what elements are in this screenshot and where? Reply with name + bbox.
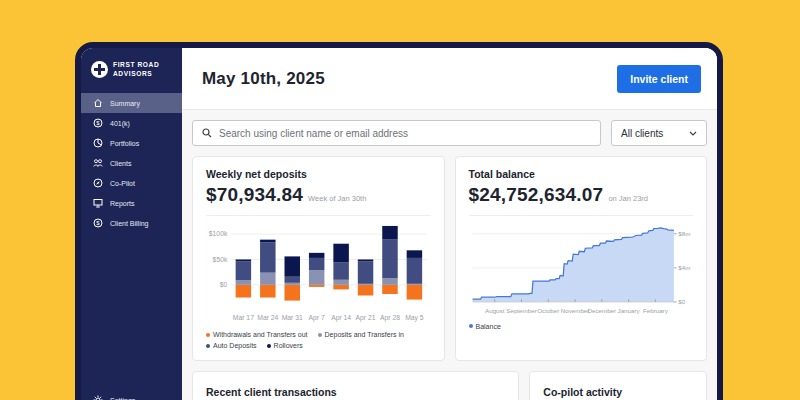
main-area: May 10th, 2025 Invite client All clients (182, 48, 717, 400)
bar-segment (333, 263, 348, 280)
legend-label: Auto Deposits (213, 342, 257, 349)
bar-segment (260, 273, 275, 285)
chevron-down-icon (689, 131, 697, 136)
svg-text:Apr 7: Apr 7 (309, 314, 325, 322)
bar-segment (260, 242, 275, 272)
svg-text:$8m: $8m (678, 230, 690, 237)
page-title: May 10th, 2025 (202, 69, 325, 89)
balance-subtitle: on Jan 23rd (608, 194, 648, 203)
legend-item: Balance (469, 323, 501, 330)
sidebar-item-client-billing[interactable]: $Client Billing (81, 213, 182, 233)
legend-label: Withdrawals and Transfers out (213, 331, 308, 338)
invite-client-button[interactable]: Invite client (617, 65, 701, 93)
svg-text:Mar 17: Mar 17 (233, 314, 254, 321)
bar-segment (407, 258, 422, 284)
sidebar-item-label: Reports (110, 200, 135, 207)
weekly-net-deposits-card: Weekly net deposits $70,934.84 Week of J… (192, 156, 445, 361)
bar-segment (236, 259, 251, 261)
bar-segment (333, 285, 348, 290)
dashboard-window: FIRST ROAD ADVISORS Summary$401(k)Portfo… (75, 42, 723, 400)
bar-segment (285, 283, 300, 285)
brand-name-line2: ADVISORS (113, 70, 152, 77)
bar-segment (260, 285, 275, 298)
search-icon (202, 128, 212, 138)
svg-text:August: August (485, 307, 505, 314)
sidebar-item-label: Clients (110, 160, 131, 167)
svg-text:Mar 31: Mar 31 (282, 314, 303, 321)
sidebar-item-co-pilot[interactable]: Co-Pilot (81, 173, 182, 193)
sidebar-item-summary[interactable]: Summary (81, 93, 182, 113)
summary-cards-row: Weekly net deposits $70,934.84 Week of J… (192, 156, 707, 361)
legend-dot-icon (267, 344, 271, 348)
bar-segment (285, 277, 300, 283)
bar-segment (309, 258, 324, 270)
bar-segment (358, 284, 373, 285)
svg-text:$0: $0 (220, 281, 228, 288)
client-filter-dropdown[interactable]: All clients (611, 120, 707, 146)
legend-dot-icon (206, 333, 210, 337)
legend-label: Rollovers (274, 342, 303, 349)
bar-segment (382, 239, 397, 278)
search-input[interactable] (219, 128, 591, 139)
sidebar-item-label: Summary (110, 100, 140, 107)
legend-dot-icon (469, 324, 473, 328)
area-chart-svg: $8m$4m$0AugustSeptemberOctoberNovemberDe… (469, 220, 694, 320)
sidebar-item-clients[interactable]: Clients (81, 153, 182, 173)
svg-text:Apr 21: Apr 21 (356, 314, 376, 322)
bar-segment (407, 284, 422, 285)
sidebar-item-reports[interactable]: Reports (81, 193, 182, 213)
legend-item: Rollovers (267, 342, 303, 349)
svg-text:$: $ (96, 120, 100, 126)
balance-area-chart: $8m$4m$0AugustSeptemberOctoberNovemberDe… (469, 220, 694, 320)
sidebar-item-portfolios[interactable]: Portfolios (81, 133, 182, 153)
presentation-icon (93, 198, 103, 208)
svg-text:January: January (617, 307, 640, 314)
sidebar-item-settings[interactable]: Settings (81, 390, 182, 400)
search-box[interactable] (192, 120, 601, 146)
first-road-logo-icon (91, 61, 108, 78)
billing-icon: $ (93, 218, 103, 228)
brand-logo: FIRST ROAD ADVISORS (81, 48, 182, 91)
bar-segment (407, 285, 422, 300)
bottom-cards-row: Recent client transactions Co-pilot acti… (192, 371, 707, 400)
svg-text:Apr 14: Apr 14 (331, 314, 351, 322)
sidebar-item-label: Portfolios (110, 140, 139, 147)
bar-segment (358, 259, 373, 261)
area-chart-legend: Balance (469, 323, 694, 330)
weekly-card-title: Weekly net deposits (206, 168, 431, 180)
balance-card-title: Total balance (469, 168, 694, 180)
legend-label: Deposits and Transfers in (325, 331, 404, 338)
bar-segment (236, 261, 251, 280)
dollar-circle-icon: $ (93, 118, 103, 128)
bar-segment (309, 285, 324, 287)
sidebar: FIRST ROAD ADVISORS Summary$401(k)Portfo… (81, 48, 182, 400)
legend-item: Auto Deposits (206, 342, 257, 349)
bar-segment (309, 253, 324, 258)
svg-text:October: October (537, 307, 559, 314)
bar-segment (358, 261, 373, 283)
svg-text:Apr 28: Apr 28 (380, 314, 400, 322)
bar-segment (382, 226, 397, 239)
svg-text:December: December (587, 307, 616, 314)
people-icon (93, 158, 103, 168)
home-icon (93, 98, 103, 108)
bar-segment (382, 285, 397, 294)
bar-chart-svg: $100k$50k$0Mar 17Mar 24Mar 31Apr 7Apr 14… (206, 220, 431, 328)
copilot-activity-title: Co-pilot activity (543, 383, 693, 398)
sidebar-item-401-k-[interactable]: $401(k) (81, 113, 182, 133)
bar-segment (407, 250, 422, 258)
page-header: May 10th, 2025 Invite client (182, 48, 717, 110)
balance-amount: $24,752,634.07 (469, 184, 604, 206)
compass-icon (93, 178, 103, 188)
bar-segment (309, 270, 324, 285)
bar-segment (333, 280, 348, 285)
legend-label: Balance (476, 323, 501, 330)
sidebar-nav: Summary$401(k)PortfoliosClientsCo-PilotR… (81, 93, 182, 233)
sidebar-item-label: Settings (110, 397, 135, 400)
copilot-activity-card: Co-pilot activity (529, 371, 707, 400)
weekly-amount: $70,934.84 (206, 184, 303, 206)
sidebar-item-label: Co-Pilot (110, 180, 135, 187)
bar-segment (260, 240, 275, 243)
recent-transactions-title: Recent client transactions (206, 383, 505, 398)
svg-text:February: February (642, 307, 668, 314)
